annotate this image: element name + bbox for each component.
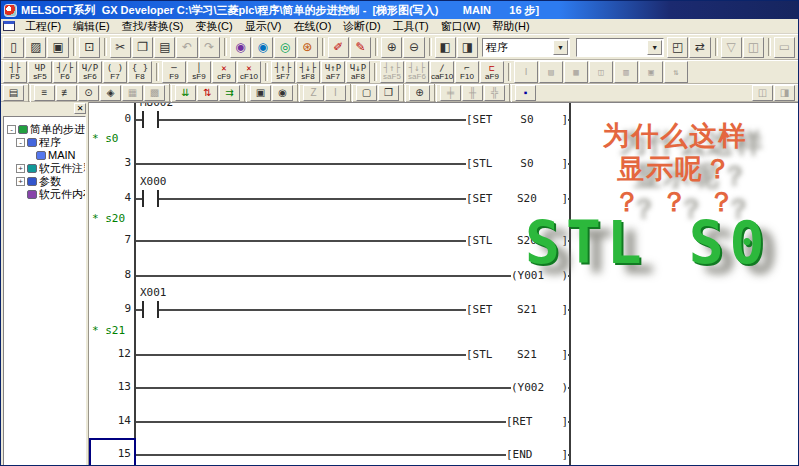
tree-item-label: 参数 xyxy=(39,175,61,187)
inline-st-button-glyph: Ⅰ xyxy=(525,68,528,77)
closed-contact-button[interactable]: ┤/├F6 xyxy=(53,61,77,83)
falling-pulse-button[interactable]: ┤↓├sF8 xyxy=(296,61,320,83)
alias-display-button[interactable]: ⊙ xyxy=(78,85,99,101)
window-tile-button[interactable]: ▢ xyxy=(356,85,377,101)
menu-item-3[interactable]: 变换(C) xyxy=(189,19,238,34)
zoom-in-button[interactable]: ⊕ xyxy=(381,37,402,58)
instruction-12[interactable]: [STLS21] xyxy=(466,347,568,362)
rising-pulse-button[interactable]: ┤↑├sF7 xyxy=(271,61,295,83)
monitor-mode-button[interactable]: ▣ xyxy=(250,85,271,101)
tree-item-4[interactable]: +参数 xyxy=(4,175,85,187)
instruction-13[interactable]: (Y002) xyxy=(511,380,568,395)
chevron-down-icon[interactable]: ▼ xyxy=(647,40,662,55)
mdi-child-icon[interactable] xyxy=(3,21,15,31)
instruction-9[interactable]: [SETS21] xyxy=(466,302,568,317)
window-cascade-button[interactable]: ❐ xyxy=(378,85,399,101)
pulse-open-button-key-label: saF5 xyxy=(383,73,401,81)
menu-item-4[interactable]: 显示(V) xyxy=(239,19,288,34)
vertical-line-button-key-label: sF9 xyxy=(192,73,205,81)
parallel-rising-pulse-button[interactable]: Ч↑РaF7 xyxy=(321,61,345,83)
project-data-list-button[interactable]: ▤ xyxy=(3,85,24,101)
edge-operation-button[interactable]: ⊏aF9 xyxy=(480,61,504,83)
toolbar-separator xyxy=(768,38,771,56)
invert-operation-button[interactable]: ∕caF10 xyxy=(430,61,454,83)
open-project-button[interactable]: ▨ xyxy=(25,37,46,58)
edit-data-button[interactable]: ◰ xyxy=(667,37,688,58)
collapse-icon[interactable]: - xyxy=(16,138,25,147)
horizontal-line-button[interactable]: ─F9 xyxy=(162,61,186,83)
convert-run-button[interactable]: ⇉ xyxy=(219,85,240,101)
paste-button[interactable]: ▤ xyxy=(154,37,175,58)
statement-display-button[interactable]: ≢ xyxy=(56,85,77,101)
find-string-button[interactable]: ⊛ xyxy=(297,37,318,58)
contact-X001[interactable] xyxy=(142,301,159,318)
cut-button[interactable]: ✂ xyxy=(110,37,131,58)
print-button[interactable]: ⊡ xyxy=(79,37,100,58)
monitor-stop-button[interactable]: ◉ xyxy=(272,85,293,101)
contact-X000[interactable] xyxy=(142,190,159,207)
menu-item-6[interactable]: 诊断(D) xyxy=(337,19,386,34)
instruction-15[interactable]: [END] xyxy=(506,447,568,462)
find-contact-button[interactable]: ◎ xyxy=(274,37,295,58)
edit-block-button-glyph: ▤ xyxy=(548,68,553,77)
instruction-close: ] xyxy=(561,448,568,461)
new-project-button[interactable]: ▯ xyxy=(3,37,24,58)
menu-item-5[interactable]: 在线(O) xyxy=(287,19,337,34)
comment-display-button[interactable]: ≡ xyxy=(34,85,55,101)
pulse-closed-button-key-label: saF6 xyxy=(408,73,426,81)
screen-mode-button[interactable]: ◧ xyxy=(435,37,456,58)
find-device-button[interactable]: ◉ xyxy=(230,37,251,58)
menu-item-8[interactable]: 窗口(W) xyxy=(435,19,487,34)
branch-line-button[interactable]: ⌐F10 xyxy=(455,61,479,83)
edit-cursor[interactable] xyxy=(89,438,136,466)
find-instruction-button[interactable]: ◉ xyxy=(252,37,273,58)
parallel-falling-pulse-button[interactable]: Ч↓РaF8 xyxy=(346,61,370,83)
data-select-combo[interactable]: ▼ xyxy=(576,38,664,57)
zoom-out-button[interactable]: ⊖ xyxy=(403,37,424,58)
expand-icon[interactable]: + xyxy=(16,164,25,173)
parallel-closed-contact-button[interactable]: Ч/РsF6 xyxy=(78,61,102,83)
parallel-open-contact-button[interactable]: ЧРsF5 xyxy=(28,61,52,83)
tree-item-3[interactable]: +软元件注释 xyxy=(4,162,85,174)
screen-split-button[interactable]: ◨ xyxy=(457,37,478,58)
tree-item-0[interactable]: -简单的步进控制 xyxy=(4,123,85,135)
copy-button[interactable]: ❐ xyxy=(132,37,153,58)
contact-M8002[interactable] xyxy=(142,111,159,128)
delete-horizontal-line-button[interactable]: ✕cF9 xyxy=(212,61,236,83)
expand-icon[interactable]: + xyxy=(16,177,25,186)
data-transfer-button[interactable]: ⇄ xyxy=(689,37,710,58)
left-power-rail xyxy=(134,103,136,466)
delete-vertical-line-button[interactable]: ✕cF10 xyxy=(237,61,261,83)
zoom-monitor-button[interactable]: ⊕ xyxy=(409,85,430,101)
menu-item-9[interactable]: 帮助(H) xyxy=(486,19,535,34)
vertical-line-button[interactable]: │sF9 xyxy=(187,61,211,83)
instruction-operand: S0 xyxy=(520,157,533,170)
tree-item-5[interactable]: 软元件内存 xyxy=(4,188,85,200)
ladder-editor[interactable]: 为什么这样 显示呢？ ？ ？ ？ STL S0 0M8002[SETS0]3[S… xyxy=(89,102,798,466)
chevron-down-icon[interactable]: ▼ xyxy=(553,40,568,55)
close-icon[interactable]: ✕ xyxy=(74,103,86,114)
note-button: ▥ xyxy=(614,61,638,83)
convert-all-button[interactable]: ⇅ xyxy=(197,85,218,101)
application-instruction-button[interactable]: { }F8 xyxy=(128,61,152,83)
device-display-button[interactable]: ◈ xyxy=(100,85,121,101)
menu-item-1[interactable]: 编辑(E) xyxy=(67,19,116,34)
menu-item-0[interactable]: 工程(F) xyxy=(19,19,67,34)
statement-button: ▣ xyxy=(639,61,663,83)
menu-item-7[interactable]: 工具(T) xyxy=(387,19,435,34)
delete-horizontal-line-button-key-label: cF9 xyxy=(217,73,230,81)
replace-device-button[interactable]: ✐ xyxy=(328,37,349,58)
status-button[interactable]: ▪ xyxy=(515,85,536,101)
collapse-icon[interactable]: - xyxy=(7,125,16,134)
menu-item-2[interactable]: 查找/替换(S) xyxy=(116,19,190,34)
convert-button[interactable]: ⇊ xyxy=(175,85,196,101)
tree-item-1[interactable]: -程序 xyxy=(4,136,85,148)
instruction-14[interactable]: [RET] xyxy=(506,414,568,429)
coil-button[interactable]: ( )F7 xyxy=(103,61,127,83)
save-project-button[interactable]: ▣ xyxy=(47,37,68,58)
open-contact-button[interactable]: ┤├F5 xyxy=(3,61,27,83)
program-select-combo[interactable]: 程序▼ xyxy=(482,38,570,57)
menu-items: 工程(F)编辑(E)查找/替换(S)变换(C)显示(V)在线(O)诊断(D)工具… xyxy=(19,19,536,34)
replace-string-button[interactable]: ✎ xyxy=(350,37,371,58)
tree-item-2[interactable]: MAIN xyxy=(4,149,85,161)
